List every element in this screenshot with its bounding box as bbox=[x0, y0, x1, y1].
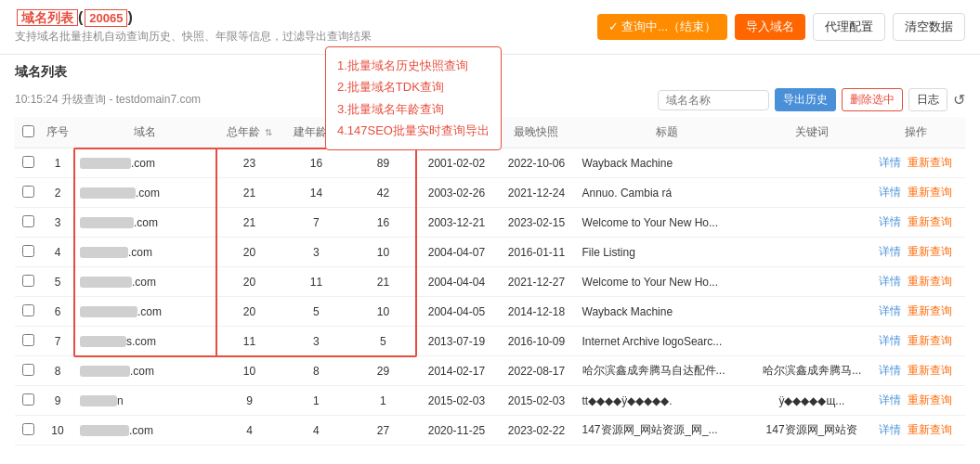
row-title: Annuo. Cambia rá bbox=[577, 178, 758, 208]
requery-link[interactable]: 重新查询 bbox=[908, 393, 952, 406]
detail-link[interactable]: 详情 bbox=[879, 334, 901, 347]
row-keywords bbox=[757, 327, 866, 356]
row-checkbox bbox=[15, 178, 41, 208]
row-total-age: 9 bbox=[216, 386, 283, 416]
row-build-age: 3 bbox=[282, 238, 349, 267]
detail-link[interactable]: 详情 bbox=[879, 156, 901, 169]
requery-link[interactable]: 重新查询 bbox=[908, 334, 952, 347]
row-snapshots: 1 bbox=[349, 386, 416, 416]
requery-link[interactable]: 重新查询 bbox=[908, 275, 952, 288]
row-domain: .com bbox=[74, 297, 216, 327]
row-total-age: 23 bbox=[216, 148, 283, 178]
tooltip-box: 1.批量域名历史快照查询 2.批量域名TDK查询 3.批量域名年龄查询 4.14… bbox=[325, 46, 502, 150]
row-earliest: 2003-12-21 bbox=[416, 208, 496, 238]
table-row: 1 .com 23 16 89 2001-02-02 2022-10-06 Wa… bbox=[15, 148, 965, 178]
detail-link[interactable]: 详情 bbox=[879, 275, 901, 288]
detail-link[interactable]: 详情 bbox=[879, 393, 901, 406]
row-keywords bbox=[757, 297, 866, 327]
table-row: 3 .com 21 7 16 2003-12-21 2023-02-15 Wel… bbox=[15, 208, 965, 238]
row-checkbox bbox=[15, 267, 41, 297]
table-row: 4 .com 20 3 10 2004-04-07 2016-01-11 Fil… bbox=[15, 238, 965, 267]
row-domain: n bbox=[74, 386, 216, 416]
row-build-age: 16 bbox=[282, 148, 349, 178]
col-title: 标题 bbox=[577, 117, 758, 148]
row-snapshots: 29 bbox=[349, 356, 416, 386]
row-keywords bbox=[757, 208, 866, 238]
row-title: Wayback Machine bbox=[577, 297, 758, 327]
row-title: 147资源网_网站资源_网_... bbox=[577, 416, 758, 445]
row-keywords bbox=[757, 238, 866, 267]
requery-link[interactable]: 重新查询 bbox=[908, 156, 952, 169]
row-snapshots: 42 bbox=[349, 178, 416, 208]
row-select-checkbox[interactable] bbox=[22, 393, 34, 406]
detail-link[interactable]: 详情 bbox=[879, 245, 901, 258]
proxy-button[interactable]: 代理配置 bbox=[813, 13, 885, 41]
row-title: Welcome to Your New Ho... bbox=[577, 208, 758, 238]
select-all-checkbox[interactable] bbox=[22, 125, 34, 137]
row-snapshots: 10 bbox=[349, 238, 416, 267]
detail-link[interactable]: 详情 bbox=[879, 304, 901, 317]
row-action: 详情 重新查询 bbox=[867, 267, 965, 297]
row-checkbox bbox=[15, 148, 41, 178]
col-latest: 最晚快照 bbox=[496, 117, 576, 148]
row-title: tt◆◆◆◆ÿ◆◆◆◆◆. bbox=[577, 386, 758, 416]
domain-table: 序号 域名 总年龄 ⇅ 建年龄 ⇅ 快照数 ⇅ 最早快照 最晚快照 标题 关键词… bbox=[15, 117, 965, 445]
row-keywords: ÿ◆◆◆◆◆щ... bbox=[757, 386, 866, 416]
row-domain: .com bbox=[74, 178, 216, 208]
row-action: 详情 重新查询 bbox=[867, 238, 965, 267]
requery-link[interactable]: 重新查询 bbox=[908, 245, 952, 258]
row-latest: 2015-02-03 bbox=[496, 386, 576, 416]
row-build-age: 1 bbox=[282, 386, 349, 416]
page-title: 域名列表(20065) bbox=[15, 9, 372, 27]
row-select-checkbox[interactable] bbox=[22, 304, 34, 316]
row-seq: 10 bbox=[41, 416, 74, 445]
row-select-checkbox[interactable] bbox=[22, 186, 34, 198]
log-button[interactable]: 日志 bbox=[908, 88, 947, 111]
table-row: 8 .com 10 8 29 2014-02-17 2022-08-17 哈尔滨… bbox=[15, 356, 965, 386]
row-select-checkbox[interactable] bbox=[22, 215, 34, 227]
col-total-age: 总年龄 ⇅ bbox=[216, 117, 283, 148]
row-select-checkbox[interactable] bbox=[22, 275, 34, 287]
query-button[interactable]: ✓ 查询中...（结束） bbox=[597, 14, 727, 40]
row-domain: s.com bbox=[74, 327, 216, 356]
row-checkbox bbox=[15, 416, 41, 445]
table-row: 10 .com 4 4 27 2020-11-25 2023-02-22 147… bbox=[15, 416, 965, 445]
requery-link[interactable]: 重新查询 bbox=[908, 186, 952, 199]
clear-button[interactable]: 清空数据 bbox=[893, 13, 965, 41]
row-total-age: 21 bbox=[216, 178, 283, 208]
row-select-checkbox[interactable] bbox=[22, 245, 34, 257]
import-button[interactable]: 导入域名 bbox=[735, 14, 805, 40]
row-checkbox bbox=[15, 238, 41, 267]
table-row: 7 s.com 11 3 5 2013-07-19 2016-10-09 Int… bbox=[15, 327, 965, 356]
row-title: Wayback Machine bbox=[577, 148, 758, 178]
row-title: Internet Archive logoSearc... bbox=[577, 327, 758, 356]
search-input[interactable] bbox=[658, 90, 769, 110]
detail-link[interactable]: 详情 bbox=[879, 186, 901, 199]
row-earliest: 2004-04-05 bbox=[416, 297, 496, 327]
requery-link[interactable]: 重新查询 bbox=[908, 423, 952, 436]
row-snapshots: 10 bbox=[349, 297, 416, 327]
requery-link[interactable]: 重新查询 bbox=[908, 364, 952, 377]
row-select-checkbox[interactable] bbox=[22, 156, 34, 168]
table-row: 6 .com 20 5 10 2004-04-05 2014-12-18 Way… bbox=[15, 297, 965, 327]
col-checkbox bbox=[15, 117, 41, 148]
row-select-checkbox[interactable] bbox=[22, 423, 34, 435]
row-action: 详情 重新查询 bbox=[867, 386, 965, 416]
detail-link[interactable]: 详情 bbox=[879, 423, 901, 436]
table-row: 5 .com 20 11 21 2004-04-04 2021-12-27 We… bbox=[15, 267, 965, 297]
detail-link[interactable]: 详情 bbox=[879, 364, 901, 377]
refresh-icon[interactable]: ↺ bbox=[953, 91, 965, 109]
detail-link[interactable]: 详情 bbox=[879, 215, 901, 228]
requery-link[interactable]: 重新查询 bbox=[908, 215, 952, 228]
timestamp-text: 10:15:24 升级查询 - testdomain7.com bbox=[15, 92, 201, 108]
row-total-age: 20 bbox=[216, 297, 283, 327]
row-total-age: 11 bbox=[216, 327, 283, 356]
export-history-button[interactable]: 导出历史 bbox=[775, 88, 836, 111]
row-select-checkbox[interactable] bbox=[22, 364, 34, 376]
row-checkbox bbox=[15, 327, 41, 356]
requery-link[interactable]: 重新查询 bbox=[908, 304, 952, 317]
row-build-age: 11 bbox=[282, 267, 349, 297]
row-seq: 5 bbox=[41, 267, 74, 297]
delete-selected-button[interactable]: 删除选中 bbox=[842, 88, 903, 111]
row-select-checkbox[interactable] bbox=[22, 334, 34, 346]
